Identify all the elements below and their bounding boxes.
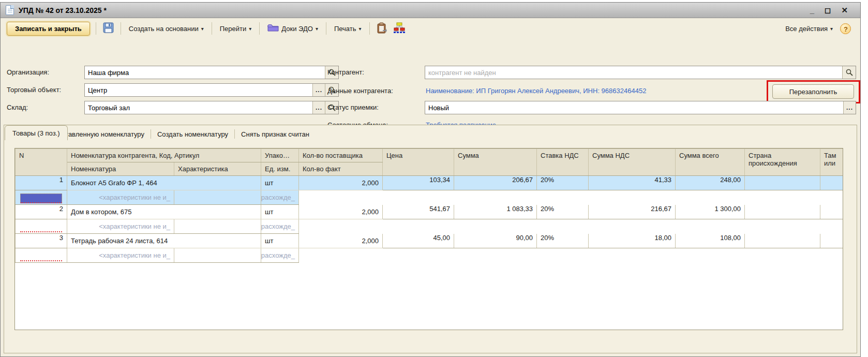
- org-structure-icon: [393, 22, 406, 35]
- counterparty-search-button[interactable]: [842, 66, 856, 79]
- goto-button[interactable]: Перейти ▾: [218, 23, 254, 35]
- toolbar-separator: [259, 22, 260, 35]
- print-label: Печать: [334, 25, 356, 33]
- cell-contractor-item[interactable]: Блокнот А5 Grafo ФР 1, 464: [67, 176, 261, 190]
- cell-vat-sum[interactable]: 216,67: [589, 205, 676, 219]
- cell-sum[interactable]: 206,67: [454, 176, 537, 190]
- minimize-button[interactable]: _: [810, 7, 814, 14]
- cell-price[interactable]: 103,34: [383, 176, 454, 190]
- counterparty-input[interactable]: [425, 66, 842, 79]
- refill-button[interactable]: Перезаполнить: [772, 84, 854, 99]
- cell-customs[interactable]: [820, 234, 843, 248]
- cell-vat-rate[interactable]: 20%: [537, 234, 589, 248]
- cell-supplier-qty[interactable]: 2,000: [299, 234, 383, 248]
- fact-placeholder: <нет расхожде_: [261, 194, 295, 201]
- fact-placeholder: <нет расхожде_: [261, 251, 295, 259]
- cell-contractor-item[interactable]: Тетрадь рабочая 24 листа, 614: [67, 234, 261, 248]
- org-input[interactable]: [85, 66, 325, 79]
- close-button[interactable]: ✕: [841, 7, 848, 14]
- cell-vat-sum[interactable]: 41,33: [589, 176, 676, 190]
- print-button[interactable]: Печать ▾: [332, 23, 364, 35]
- save-button[interactable]: [102, 21, 115, 36]
- chevron-down-icon: ▾: [249, 26, 251, 32]
- unset-scanned-flag-button[interactable]: Снять признак считан: [240, 128, 310, 140]
- col-header-unit: Ед. изм.: [261, 162, 299, 176]
- cell-vat-rate[interactable]: 20%: [537, 205, 589, 219]
- cell-unit[interactable]: шт: [261, 234, 299, 248]
- cell-contractor-item[interactable]: Дом в котором, 675: [67, 205, 261, 219]
- chevron-down-icon: ▾: [201, 26, 204, 32]
- cell-supplier-qty[interactable]: 2,000: [299, 176, 383, 190]
- create-based-on-button[interactable]: Создать на основании ▾: [127, 23, 206, 35]
- required-field-underline: [20, 251, 62, 261]
- floppy-icon: [103, 22, 114, 35]
- cell-total[interactable]: 108,00: [676, 234, 745, 248]
- all-actions-button[interactable]: Все действия ▾: [783, 23, 835, 35]
- cell-characteristic[interactable]: <характеристики не и_: [67, 219, 174, 234]
- warehouse-select-button[interactable]: ...: [312, 101, 325, 114]
- cell-nomenclature[interactable]: [16, 248, 67, 263]
- cell-price[interactable]: 541,67: [383, 205, 454, 219]
- cell-vat-sum[interactable]: 18,00: [589, 234, 676, 248]
- trade-object-field: ...: [84, 83, 339, 97]
- cell-fact-qty[interactable]: <нет расхожде_: [261, 190, 299, 205]
- cell-unit-sub[interactable]: [174, 190, 261, 205]
- acceptance-status-input[interactable]: [425, 101, 843, 114]
- goto-label: Перейти: [220, 25, 247, 33]
- structure-icon-button[interactable]: [392, 21, 407, 36]
- cell-characteristic[interactable]: <характеристики не и_: [67, 190, 174, 205]
- cell-sum[interactable]: 1 083,33: [454, 205, 537, 219]
- acceptance-status-select-button[interactable]: ...: [843, 101, 856, 114]
- cell-n[interactable]: 2: [16, 205, 67, 219]
- toolbar-separator: [121, 22, 121, 35]
- folder-icon: [267, 23, 279, 34]
- col-header-country: Страна происхождения: [745, 149, 820, 176]
- col-header-customs: Там или: [820, 149, 843, 176]
- acceptance-status-label: Статус приемки:: [327, 101, 379, 114]
- save-and-close-button[interactable]: Записать и закрыть: [7, 22, 90, 36]
- acceptance-status-field: ...: [425, 101, 856, 114]
- cell-n[interactable]: 3: [16, 234, 67, 248]
- trade-object-select-button[interactable]: ...: [312, 84, 325, 96]
- edo-docs-button[interactable]: Доки ЭДО ▾: [265, 21, 320, 36]
- cell-customs[interactable]: [820, 205, 843, 219]
- command-separator: [234, 129, 235, 139]
- col-header-price: Цена: [383, 149, 454, 176]
- cell-vat-rate[interactable]: 20%: [537, 176, 589, 190]
- search-icon: [846, 69, 853, 76]
- maximize-button[interactable]: ◻: [825, 7, 831, 14]
- trade-object-input[interactable]: [85, 84, 312, 96]
- cell-country[interactable]: [745, 205, 820, 219]
- cell-price[interactable]: 45,00: [383, 234, 454, 248]
- cell-unit-sub[interactable]: [174, 248, 261, 263]
- cell-characteristic[interactable]: <характеристики не и_: [67, 248, 174, 263]
- warehouse-input[interactable]: [85, 101, 312, 114]
- table-subrow: <характеристики не и_ <нет расхожде_: [16, 248, 843, 263]
- clipboard-button[interactable]: [376, 21, 388, 36]
- cell-fact-qty[interactable]: <нет расхожде_: [261, 248, 299, 263]
- create-nomenclature-button[interactable]: Создать номенклатуру: [156, 128, 229, 140]
- cell-nomenclature[interactable]: [16, 219, 67, 234]
- cell-country[interactable]: [745, 234, 820, 248]
- create-based-on-label: Создать на основании: [129, 25, 199, 33]
- cell-unit[interactable]: шт: [261, 205, 299, 219]
- cell-n[interactable]: 1: [16, 176, 67, 190]
- title-bar: УПД № 42 от 23.10.2025 * _ ◻ ✕: [1, 3, 860, 18]
- cell-total[interactable]: 248,00: [676, 176, 745, 190]
- cell-country[interactable]: [745, 176, 820, 190]
- window-title: УПД № 42 от 23.10.2025 *: [19, 6, 107, 14]
- cell-total[interactable]: 1 300,00: [676, 205, 745, 219]
- cell-unit[interactable]: шт: [261, 176, 299, 190]
- cell-nomenclature[interactable]: [16, 190, 67, 205]
- cell-unit-sub[interactable]: [174, 219, 261, 234]
- help-button[interactable]: ?: [840, 23, 851, 34]
- org-label: Организация:: [7, 66, 49, 79]
- tab-goods[interactable]: Товары (3 поз.): [5, 125, 68, 140]
- cell-customs[interactable]: [820, 176, 843, 190]
- form-header-area: Организация: Торговый объект: ... Склад:…: [1, 39, 860, 125]
- cell-fact-qty[interactable]: <нет расхожде_: [261, 219, 299, 234]
- counterparty-data-value: Наименование: ИП Григорян Алексей Андрее…: [426, 84, 646, 98]
- col-header-fact-qty: Кол-во факт: [299, 162, 383, 176]
- cell-sum[interactable]: 90,00: [454, 234, 537, 248]
- cell-supplier-qty[interactable]: 2,000: [299, 205, 383, 219]
